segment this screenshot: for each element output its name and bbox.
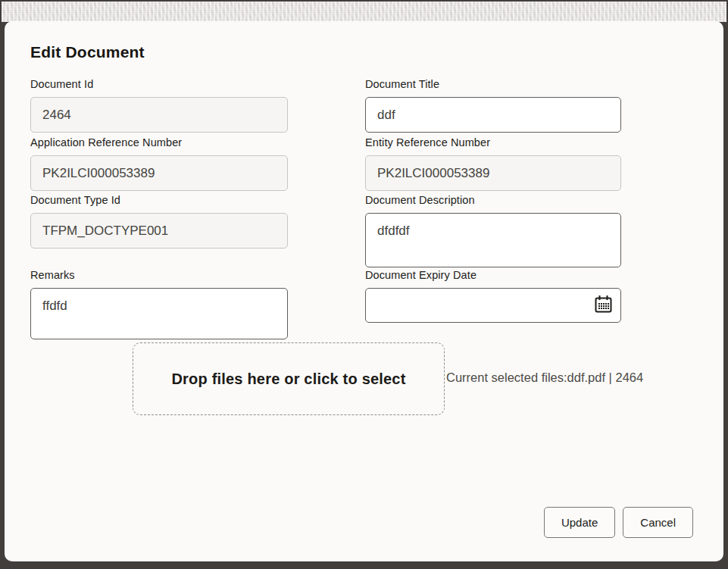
document-id-label: Document Id [30, 78, 288, 90]
field-application-reference-number: Application Reference Number [30, 136, 288, 191]
document-id-input [30, 97, 288, 133]
edit-document-dialog: Edit Document Document Id Document Title… [5, 21, 723, 561]
document-title-input[interactable] [365, 97, 621, 133]
document-description-label: Document Description [365, 194, 621, 206]
cancel-button[interactable]: Cancel [623, 507, 693, 538]
document-expiry-date-input[interactable] [365, 288, 621, 323]
update-button[interactable]: Update [544, 507, 615, 538]
document-title-label: Document Title [365, 78, 621, 90]
document-expiry-date-label: Document Expiry Date [365, 269, 621, 281]
application-reference-number-input [30, 155, 288, 191]
field-document-expiry-date: Document Expiry Date [365, 269, 621, 323]
document-description-textarea[interactable]: dfdfdf [365, 213, 621, 267]
calendar-button[interactable] [592, 295, 614, 316]
application-reference-number-label: Application Reference Number [30, 136, 288, 149]
remarks-label: Remarks [30, 269, 288, 281]
field-document-id: Document Id [30, 78, 288, 133]
field-document-title: Document Title [365, 78, 621, 133]
entity-reference-number-input [365, 155, 621, 191]
document-type-id-label: Document Type Id [30, 194, 288, 206]
field-document-type-id: Document Type Id [30, 194, 288, 249]
dialog-actions: Update Cancel [544, 507, 693, 538]
field-document-description: Document Description dfdfdf [365, 194, 621, 267]
dialog-title: Edit Document [30, 43, 145, 61]
background-page-band [2, 2, 726, 22]
document-type-id-input [30, 213, 288, 249]
calendar-icon [593, 294, 614, 317]
current-selected-files-text: Current selected files:ddf.pdf | 2464 [446, 370, 643, 385]
field-remarks: Remarks ffdfd [30, 269, 288, 339]
file-dropzone[interactable]: Drop files here or click to select [133, 342, 445, 415]
field-entity-reference-number: Entity Reference Number [365, 136, 621, 191]
dropzone-label: Drop files here or click to select [171, 370, 405, 388]
entity-reference-number-label: Entity Reference Number [365, 136, 621, 149]
screen: Edit Document Document Id Document Title… [0, 0, 728, 569]
remarks-textarea[interactable]: ffdfd [30, 288, 288, 339]
